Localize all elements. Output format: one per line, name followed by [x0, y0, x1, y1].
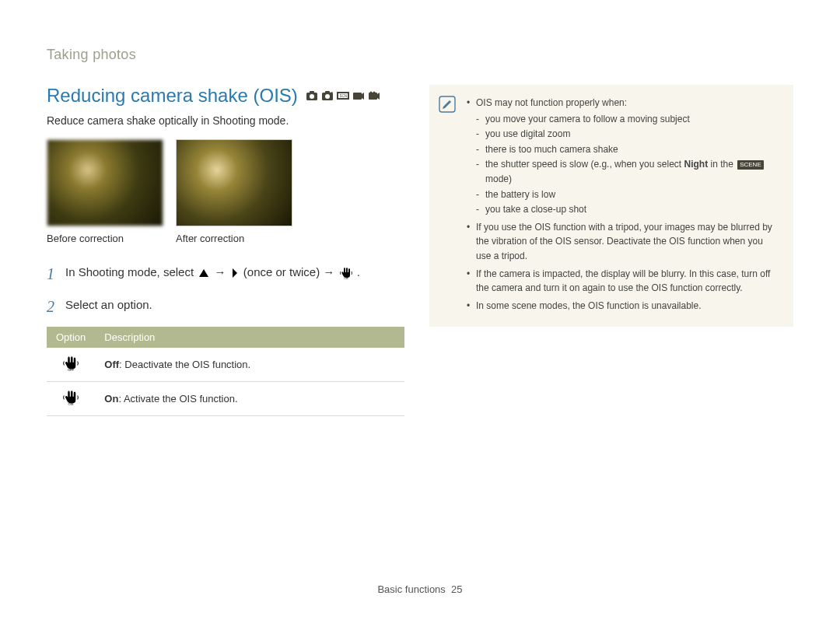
svg-text:P: P: [331, 91, 334, 96]
camera-auto-icon: [306, 90, 318, 101]
step-2-text: Select an option.: [65, 294, 152, 314]
scene-badge-icon: SCENE: [737, 160, 764, 170]
step-number-2: 2: [47, 294, 58, 319]
ois-palm-icon: OIS: [340, 267, 352, 279]
svg-rect-10: [353, 93, 362, 100]
svg-point-12: [369, 92, 372, 94]
svg-text:OIS: OIS: [344, 277, 348, 279]
svg-rect-11: [369, 93, 377, 100]
note-bullet-3: If the camera is impacted, the display w…: [467, 267, 779, 296]
right-chevron-icon: [231, 268, 239, 278]
step-number-1: 1: [47, 261, 58, 286]
step-1-part-c: (once or twice) →: [243, 265, 338, 278]
svg-point-5: [325, 94, 330, 99]
step-2: 2 Select an option.: [47, 294, 404, 319]
note-pencil-icon: [439, 96, 456, 113]
footer-page-number: 25: [451, 583, 462, 595]
camera-program-icon: P: [321, 90, 334, 101]
left-column: Reducing camera shake (OIS) P SCN Reduce…: [47, 85, 404, 416]
before-caption: Before correction: [47, 233, 163, 244]
note-bullet-2: If you use the OIS function with a tripo…: [467, 220, 779, 264]
note-box: OIS may not function properly when: you …: [429, 85, 793, 327]
svg-rect-1: [310, 91, 314, 93]
svg-text:OIS: OIS: [68, 402, 74, 405]
option-on-desc: On: Activate the OIS function.: [95, 382, 404, 416]
col-option: Option: [47, 327, 95, 348]
before-correction-image: [47, 139, 163, 226]
svg-text:SCN: SCN: [339, 94, 347, 98]
note-bullet-4: In some scene modes, the OIS function is…: [467, 299, 779, 313]
note-intro: OIS may not function properly when: you …: [467, 96, 779, 217]
note-sub-6: you take a close-up shot: [476, 202, 779, 217]
step-1: 1 In Shooting mode, select → (once or tw…: [47, 261, 404, 286]
movie-icon: [352, 90, 365, 101]
note-sub-1: you move your camera to follow a moving …: [476, 112, 779, 127]
section-heading: Reducing camera shake (OIS) P SCN: [47, 85, 404, 107]
step-1-part-a: In Shooting mode, select: [65, 265, 197, 278]
heading-text: Reducing camera shake (OIS): [47, 85, 298, 107]
col-description: Description: [95, 327, 404, 348]
svg-point-13: [373, 92, 375, 94]
section-subhead: Reduce camera shake optically in Shootin…: [47, 114, 404, 127]
breadcrumb: Taking photos: [47, 47, 793, 63]
after-correction-image: [176, 139, 292, 226]
options-table: Option Description OFF Off: Deactivate t…: [47, 327, 404, 416]
mode-available-icons: P SCN: [306, 90, 380, 101]
up-triangle-icon: [198, 268, 209, 278]
ois-off-icon: OFF: [63, 356, 79, 371]
smart-movie-icon: [368, 90, 380, 101]
note-sub-5: the battery is low: [476, 187, 779, 202]
footer-section: Basic functions: [377, 583, 445, 595]
note-sub-3: there is too much camera shake: [476, 142, 779, 157]
after-caption: After correction: [176, 233, 292, 244]
ois-on-icon: OIS: [63, 390, 79, 405]
step-1-part-d: .: [357, 265, 360, 278]
page-footer: Basic functions 25: [0, 583, 840, 595]
option-row-on: OIS On: Activate the OIS function.: [47, 382, 404, 416]
svg-rect-4: [325, 91, 330, 93]
note-sub-4: the shutter speed is slow (e.g., when yo…: [476, 157, 779, 186]
svg-point-2: [310, 94, 314, 99]
svg-text:OFF: OFF: [68, 368, 75, 371]
step-1-arrow-1: →: [214, 265, 229, 278]
step-1-text: In Shooting mode, select → (once or twic…: [65, 261, 360, 282]
right-column: OIS may not function properly when: you …: [429, 85, 793, 416]
scene-icon: SCN: [337, 90, 349, 101]
option-row-off: OFF Off: Deactivate the OIS function.: [47, 348, 404, 382]
note-sub-2: you use digital zoom: [476, 127, 779, 142]
option-off-desc: Off: Deactivate the OIS function.: [95, 348, 404, 382]
